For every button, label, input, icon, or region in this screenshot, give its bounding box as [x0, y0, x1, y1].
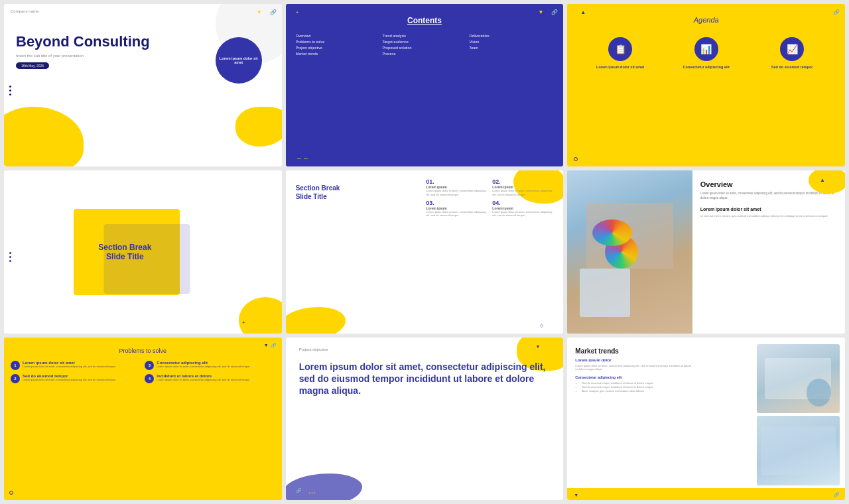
deco-blob-bottom [286, 473, 362, 500]
slide-5[interactable]: Section BreakSlide Title 01. Lorem ipsum… [286, 170, 564, 333]
overview-sub-title: Lorem ipsum dolor sit amet [700, 207, 837, 212]
prob-num-1: 1 [11, 361, 20, 370]
problem-3: 2 Sed do eiusmod tempor Lorem ipsum dolo… [11, 374, 141, 383]
menu-grid: Overview Problems to solve Project objec… [296, 34, 554, 56]
menu-col-2: Trend analysis Target audience Proposed … [383, 34, 467, 56]
agenda-icon-bar: 📈 [780, 37, 804, 61]
menu-item: Target audience [383, 40, 467, 44]
plus-icon: + [242, 320, 245, 326]
slides-grid: Company name ▼ 🔗 Beyond Consulting Inser… [0, 0, 849, 504]
agenda-icon-checklist: 📋 [608, 37, 632, 61]
overview-photo [567, 170, 692, 333]
problems-title: Problems to solve [119, 347, 167, 354]
section-slide-title: Section BreakSlide Title [296, 184, 389, 201]
agenda-icon-chart: 📊 [694, 37, 718, 61]
prob-content-3: Sed do eiusmod tempor Lorem ipsum dolor … [23, 374, 115, 381]
link-icon: 🔗 [271, 343, 277, 348]
subtitle: Insert the sub title of your presentatio… [16, 54, 150, 58]
problems-grid: 1 Lorem ipsum dolor sit amet Lorem ipsum… [11, 361, 275, 383]
slide-1[interactable]: Company name ▼ 🔗 Beyond Consulting Inser… [4, 4, 282, 166]
link-icon: 🔗 [833, 9, 840, 15]
menu-item: Deliverables [469, 34, 553, 38]
slide-6[interactable]: ▲ Overview Lorem ipsum dolor sit amet, c… [567, 170, 845, 333]
market-photos [757, 344, 840, 485]
slide-9[interactable]: ▲ Market trends Lorem ipsum dolor Lorem … [567, 338, 845, 500]
slide-4[interactable]: Section BreakSlide Title + ▼ [4, 170, 282, 333]
title-area: Beyond Consulting Insert the sub title o… [16, 34, 150, 70]
problem-4: 4 Incididunt ut labore et dolore Lorem i… [145, 374, 275, 383]
market-title: Market trends [575, 347, 691, 355]
main-title: Beyond Consulting [16, 34, 150, 50]
market-left-content: Market trends Lorem ipsum dolor Lorem ip… [575, 347, 691, 393]
menu-item: Process [383, 52, 467, 56]
num-2: 02. [492, 178, 555, 185]
market-label-1: Lorem ipsum dolor [575, 358, 691, 362]
slide-3[interactable]: ▲ 🔗 Agenda 📋 Lorem ipsum dolor sit amet … [567, 4, 845, 166]
bottom-yellow-bar [567, 488, 845, 500]
agenda-label-3: Sed do eiusmod tempor [771, 65, 813, 70]
diamond-icon: ◇ [540, 323, 543, 328]
triangle-icon: ▼ [535, 344, 540, 349]
agenda-title: Agenda [694, 16, 719, 24]
prob-num-4: 4 [145, 374, 154, 383]
overview-content: Overview Lorem ipsum dolor sit amet, con… [692, 170, 845, 333]
problem-1: 1 Lorem ipsum dolor sit amet Lorem ipsum… [11, 361, 141, 370]
slide-7[interactable]: ▼ 🔗 Problems to solve 1 Lorem ipsum dolo… [4, 338, 282, 500]
prob-body-4: Lorem ipsum dolor sit amet, consectetur … [157, 378, 249, 381]
prob-content-4: Incididunt ut labore et dolore Lorem ips… [157, 374, 249, 381]
prob-body-3: Lorem ipsum dolor sit amet, consectetur … [23, 378, 115, 381]
num-4-body: Lorem ipsum dolor sit amet, consectetur … [492, 210, 555, 217]
agenda-label-2: Consectetur adipiscing elit [683, 65, 729, 70]
num-item-3: 03. Lorem ipsum Lorem ipsum dolor sit am… [426, 200, 489, 217]
triangle-icon: ▼ [538, 9, 543, 15]
market-bullets: Sed do eiusmod tempor incididunt ut labo… [575, 381, 691, 393]
prob-content-2: Consectetur adipiscing elit Lorem ipsum … [157, 361, 249, 368]
project-body: Lorem ipsum dolor sit amet, consectetur … [299, 361, 551, 397]
dots-decoration [9, 252, 11, 262]
link-icon: 🔗 [551, 9, 558, 15]
company-label: Company name [11, 9, 38, 13]
problem-2: 3 Consectetur adipiscing elit Lorem ipsu… [145, 361, 275, 370]
num-1: 01. [426, 178, 489, 185]
deco-blob [239, 297, 282, 334]
num-4: 04. [492, 200, 555, 206]
agenda-item-2: 📊 Consectetur adipiscing elit [680, 37, 733, 70]
agenda-item-3: 📈 Sed do eiusmod tempor [765, 37, 818, 70]
contents-title: Contents [407, 16, 442, 25]
date-badge: 16th May, 2026 [16, 62, 49, 69]
slide-8[interactable]: ▼ Project objective Lorem ipsum dolor si… [286, 338, 564, 500]
circle-badge: Lorem ipsum dolor sit amet [216, 37, 262, 84]
deco-blob-bottom [286, 307, 346, 334]
menu-col-1: Overview Problems to solve Project objec… [296, 34, 380, 56]
menu-item: Overview [296, 34, 380, 38]
market-photo-2 [757, 416, 840, 485]
triangle-icon: ▼ [257, 321, 262, 327]
triangle-icon-bottom: ▼ [574, 493, 578, 497]
link-icon: 🔗 [270, 9, 277, 15]
bullet-3: Amet volutpat, quis nostrud exercitation… [582, 389, 691, 393]
link-icon: 🔗 [296, 488, 302, 493]
menu-col-3: Deliverables Vision Team [469, 34, 553, 56]
num-2-body: Lorem ipsum dolor sit amet, consectetur … [492, 189, 555, 196]
menu-item: Trend analysis [383, 34, 467, 38]
dots-decoration [9, 86, 11, 95]
plus-icon: + [296, 9, 299, 15]
circle-decoration [9, 491, 13, 495]
deco-yellow-blob-bottom [4, 107, 84, 166]
nums-grid: 01. Lorem ipsum Lorem ipsum dolor sit am… [426, 178, 555, 217]
dots-icon: • • • [309, 491, 316, 495]
market-photo-1 [757, 344, 840, 414]
prob-num-3: 2 [11, 374, 20, 383]
agenda-item-1: 📋 Lorem ipsum dolor sit amet [594, 37, 647, 70]
menu-item: Problems to solve [296, 40, 380, 44]
wave-decoration: ～～ [296, 154, 309, 163]
deco-yellow-blob-right [235, 107, 282, 147]
triangle-icon: ▼ [257, 9, 262, 15]
slide-2[interactable]: + ▼ 🔗 Contents Overview Problems to solv… [286, 4, 564, 166]
menu-item: Team [469, 46, 553, 50]
num-1-body: Lorem ipsum dolor sit amet, consectetur … [426, 189, 489, 196]
overview-sub-body: Ut enim ad minim veniam, quis nostrud ex… [700, 214, 837, 218]
menu-item: Vision [469, 40, 553, 44]
num-item-2: 02. Lorem ipsum Lorem ipsum dolor sit am… [492, 178, 555, 196]
num-item-4: 04. Lorem ipsum Lorem ipsum dolor sit am… [492, 200, 555, 217]
